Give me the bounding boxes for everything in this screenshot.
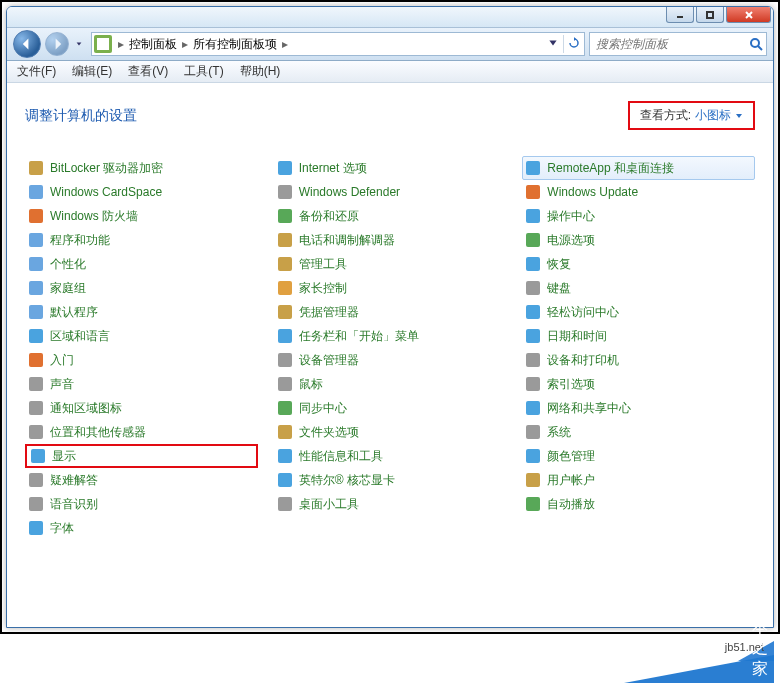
control-panel-item[interactable]: 恢复 [522,252,755,276]
menu-edit[interactable]: 编辑(E) [66,63,118,80]
item-icon [525,256,541,272]
column-3: RemoteApp 和桌面连接Windows Update操作中心电源选项恢复键… [522,156,755,540]
item-icon [525,376,541,392]
control-panel-item[interactable]: 设备管理器 [274,348,507,372]
history-dropdown[interactable] [75,37,87,51]
control-panel-item[interactable]: 通知区域图标 [25,396,258,420]
item-label: 位置和其他传感器 [50,424,146,441]
control-panel-item[interactable]: 同步中心 [274,396,507,420]
control-panel-item[interactable]: 用户帐户 [522,468,755,492]
control-panel-item[interactable]: 系统 [522,420,755,444]
control-panel-item[interactable]: 家长控制 [274,276,507,300]
control-panel-item[interactable]: 电话和调制解调器 [274,228,507,252]
page-title: 调整计算机的设置 [25,107,137,125]
control-panel-item[interactable]: 日期和时间 [522,324,755,348]
item-icon [525,304,541,320]
column-1: BitLocker 驱动器加密Windows CardSpaceWindows … [25,156,258,540]
view-mode-selector[interactable]: 查看方式: 小图标 [628,101,755,130]
control-panel-item[interactable]: 程序和功能 [25,228,258,252]
item-label: 疑难解答 [50,472,98,489]
item-icon [525,160,541,176]
menu-view[interactable]: 查看(V) [122,63,174,80]
refresh-button[interactable] [568,37,580,52]
breadcrumb-item[interactable]: 所有控制面板项 [190,36,280,53]
control-panel-item[interactable]: 任务栏和「开始」菜单 [274,324,507,348]
item-label: 程序和功能 [50,232,110,249]
item-icon [28,328,44,344]
control-panel-item[interactable]: 索引选项 [522,372,755,396]
control-panel-item[interactable]: 键盘 [522,276,755,300]
maximize-button[interactable] [696,7,724,23]
item-icon [30,448,46,464]
item-icon [28,496,44,512]
control-panel-item[interactable]: Windows Update [522,180,755,204]
search-box[interactable] [589,32,767,56]
item-label: 鼠标 [299,376,323,393]
nav-toolbar: ▸ 控制面板 ▸ 所有控制面板项 ▸ [7,27,773,61]
control-panel-item[interactable]: 显示 [27,446,256,466]
breadcrumb-item[interactable]: 控制面板 [126,36,180,53]
item-label: 默认程序 [50,304,98,321]
item-label: 性能信息和工具 [299,448,383,465]
menu-tools[interactable]: 工具(T) [178,63,229,80]
control-panel-item[interactable]: 凭据管理器 [274,300,507,324]
view-mode-label: 查看方式: [640,107,691,124]
control-panel-item[interactable]: 自动播放 [522,492,755,516]
menu-help[interactable]: 帮助(H) [234,63,287,80]
control-panel-item[interactable]: Windows 防火墙 [25,204,258,228]
control-panel-item[interactable]: 位置和其他传感器 [25,420,258,444]
control-panel-item[interactable]: 家庭组 [25,276,258,300]
item-label: Windows Update [547,185,638,199]
item-label: 家庭组 [50,280,86,297]
control-panel-item[interactable]: 英特尔® 核芯显卡 [274,468,507,492]
control-panel-item[interactable]: 操作中心 [522,204,755,228]
control-panel-item[interactable]: 性能信息和工具 [274,444,507,468]
item-icon [277,472,293,488]
svg-point-4 [751,39,759,47]
control-panel-item[interactable]: 声音 [25,372,258,396]
back-button[interactable] [13,30,41,58]
control-panel-item[interactable]: 备份和还原 [274,204,507,228]
address-bar[interactable]: ▸ 控制面板 ▸ 所有控制面板项 ▸ [91,32,585,56]
item-label: Windows Defender [299,185,400,199]
control-panel-item[interactable]: 鼠标 [274,372,507,396]
forward-button[interactable] [45,32,69,56]
control-panel-item[interactable]: 文件夹选项 [274,420,507,444]
control-panel-item[interactable]: 颜色管理 [522,444,755,468]
item-label: 显示 [52,448,76,465]
control-panel-item[interactable]: 入门 [25,348,258,372]
control-panel-item[interactable]: 电源选项 [522,228,755,252]
item-label: 字体 [50,520,74,537]
address-dropdown[interactable] [547,37,559,52]
item-icon [28,304,44,320]
control-panel-item[interactable]: 轻松访问中心 [522,300,755,324]
control-panel-item[interactable]: Windows CardSpace [25,180,258,204]
item-icon [525,208,541,224]
control-panel-item[interactable]: 桌面小工具 [274,492,507,516]
control-panel-item[interactable]: 网络和共享中心 [522,396,755,420]
control-panel-item[interactable]: RemoteApp 和桌面连接 [522,156,755,180]
item-icon [525,448,541,464]
control-panel-item[interactable]: 疑难解答 [25,468,258,492]
control-panel-item[interactable]: Internet 选项 [274,156,507,180]
menu-file[interactable]: 文件(F) [11,63,62,80]
search-icon[interactable] [749,37,763,51]
control-panel-item[interactable]: 区域和语言 [25,324,258,348]
control-panel-item[interactable]: 个性化 [25,252,258,276]
control-panel-item[interactable]: Windows Defender [274,180,507,204]
control-panel-item[interactable]: 语音识别 [25,492,258,516]
column-2: Internet 选项Windows Defender备份和还原电话和调制解调器… [274,156,507,540]
item-label: Windows CardSpace [50,185,162,199]
control-panel-item[interactable]: 设备和打印机 [522,348,755,372]
search-input[interactable] [594,36,749,52]
item-icon [28,256,44,272]
control-panel-item[interactable]: 字体 [25,516,258,540]
control-panel-item[interactable]: BitLocker 驱动器加密 [25,156,258,180]
item-icon [525,328,541,344]
item-icon [28,280,44,296]
minimize-button[interactable] [666,7,694,23]
close-button[interactable] [726,7,771,23]
control-panel-item[interactable]: 管理工具 [274,252,507,276]
item-icon [28,232,44,248]
control-panel-item[interactable]: 默认程序 [25,300,258,324]
